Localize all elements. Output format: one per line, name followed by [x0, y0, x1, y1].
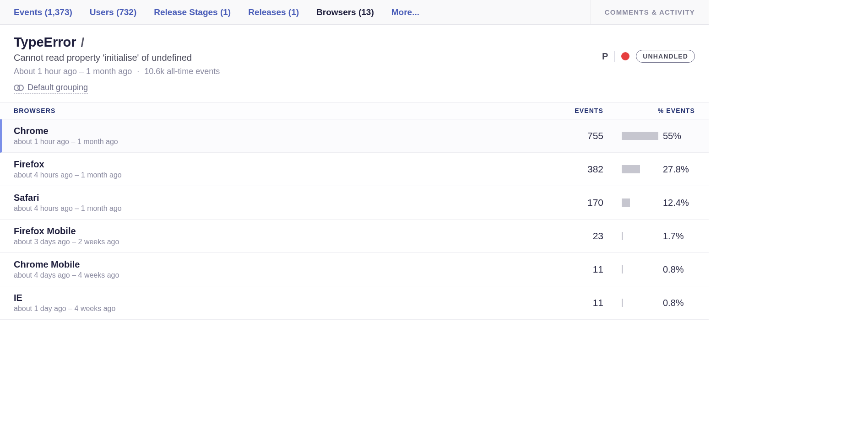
- tab-users[interactable]: Users (732): [90, 7, 136, 17]
- row-events-count: 11: [535, 297, 603, 308]
- row-main: Firefox Mobileabout 3 days ago – 2 weeks…: [14, 226, 535, 246]
- row-pct-cell: 12.4%: [603, 198, 695, 208]
- pct-bar: [622, 265, 623, 273]
- tab-events[interactable]: Events (1,373): [14, 7, 72, 17]
- column-browsers[interactable]: BROWSERS: [14, 107, 535, 114]
- table-row[interactable]: Safariabout 4 hours ago – 1 month ago170…: [0, 186, 709, 220]
- grouping-button[interactable]: Default grouping: [14, 83, 88, 94]
- browsers-table-body: Chromeabout 1 hour ago – 1 month ago7555…: [0, 119, 709, 320]
- error-message: Cannot read property 'initialise' of und…: [14, 53, 695, 63]
- severity-dot-icon[interactable]: [621, 52, 629, 60]
- assignee-label[interactable]: P: [602, 51, 608, 62]
- tab-more[interactable]: More...: [391, 7, 419, 17]
- error-time-range: About 1 hour ago – 1 month ago: [14, 67, 132, 76]
- pct-bar-wrap: [622, 265, 658, 273]
- table-row[interactable]: Chromeabout 1 hour ago – 1 month ago7555…: [0, 119, 709, 153]
- row-events-count: 23: [535, 231, 603, 241]
- row-browser-name: Chrome: [14, 126, 535, 136]
- row-main: Chrome Mobileabout 4 days ago – 4 weeks …: [14, 259, 535, 279]
- pct-bar-wrap: [622, 232, 658, 240]
- row-browser-name: Chrome Mobile: [14, 259, 535, 270]
- row-pct-cell: 0.8%: [603, 298, 695, 308]
- row-main: Firefoxabout 4 hours ago – 1 month ago: [14, 159, 535, 179]
- pct-bar-wrap: [622, 132, 658, 140]
- meta-separator: ·: [137, 67, 139, 76]
- table-header: BROWSERS EVENTS % EVENTS: [0, 102, 709, 119]
- pct-bar-wrap: [622, 198, 658, 207]
- pct-bar-wrap: [622, 165, 658, 173]
- table-row[interactable]: Firefoxabout 4 hours ago – 1 month ago38…: [0, 153, 709, 186]
- column-pct-events[interactable]: % EVENTS: [603, 107, 695, 114]
- row-time-range: about 4 hours ago – 1 month ago: [14, 171, 535, 179]
- grouping-label: Default grouping: [27, 83, 88, 92]
- row-pct-cell: 55%: [603, 131, 695, 141]
- pct-bar: [622, 198, 630, 207]
- pct-bar: [622, 299, 623, 307]
- row-browser-name: Firefox Mobile: [14, 226, 535, 236]
- row-events-count: 11: [535, 264, 603, 275]
- pct-label: 0.8%: [663, 264, 684, 275]
- tab-browsers[interactable]: Browsers (13): [316, 7, 374, 17]
- row-events-count: 170: [535, 197, 603, 208]
- tab-releases[interactable]: Releases (1): [248, 7, 299, 17]
- svg-point-1: [18, 85, 23, 91]
- pct-bar: [622, 232, 623, 240]
- column-events[interactable]: EVENTS: [535, 107, 603, 114]
- pct-label: 12.4%: [663, 198, 689, 208]
- row-browser-name: Firefox: [14, 159, 535, 170]
- table-row[interactable]: Chrome Mobileabout 4 days ago – 4 weeks …: [0, 253, 709, 286]
- row-pct-cell: 1.7%: [603, 231, 695, 241]
- row-time-range: about 4 days ago – 4 weeks ago: [14, 271, 535, 279]
- row-time-range: about 1 hour ago – 1 month ago: [14, 138, 535, 146]
- error-path: /: [81, 36, 84, 50]
- row-browser-name: Safari: [14, 193, 535, 203]
- row-main: Chromeabout 1 hour ago – 1 month ago: [14, 126, 535, 146]
- pct-bar-wrap: [622, 299, 658, 307]
- unhandled-badge: UNHANDLED: [636, 50, 695, 63]
- pct-bar: [622, 132, 658, 140]
- pct-label: 27.8%: [663, 164, 689, 175]
- row-pct-cell: 27.8%: [603, 164, 695, 175]
- row-main: Safariabout 4 hours ago – 1 month ago: [14, 193, 535, 213]
- row-time-range: about 1 day ago – 4 weeks ago: [14, 305, 535, 313]
- pct-label: 0.8%: [663, 298, 684, 308]
- row-events-count: 382: [535, 164, 603, 175]
- right-badges: P UNHANDLED: [602, 50, 695, 63]
- pct-label: 55%: [663, 131, 681, 141]
- row-main: IEabout 1 day ago – 4 weeks ago: [14, 293, 535, 313]
- pct-bar: [622, 165, 640, 173]
- row-time-range: about 3 days ago – 2 weeks ago: [14, 238, 535, 246]
- table-row[interactable]: IEabout 1 day ago – 4 weeks ago110.8%: [0, 286, 709, 320]
- table-row[interactable]: Firefox Mobileabout 3 days ago – 2 weeks…: [0, 220, 709, 253]
- error-count: 10.6k all-time events: [144, 67, 220, 76]
- row-time-range: about 4 hours ago – 1 month ago: [14, 204, 535, 213]
- row-browser-name: IE: [14, 293, 535, 303]
- tab-release-stages[interactable]: Release Stages (1): [154, 7, 231, 17]
- row-pct-cell: 0.8%: [603, 264, 695, 275]
- tabs-bar: Events (1,373) Users (732) Release Stage…: [0, 0, 709, 25]
- error-header: TypeError / Cannot read property 'initia…: [0, 25, 709, 102]
- error-type: TypeError: [14, 35, 76, 50]
- pct-label: 1.7%: [663, 231, 684, 241]
- comments-activity-link[interactable]: COMMENTS & ACTIVITY: [591, 0, 695, 24]
- error-meta: About 1 hour ago – 1 month ago · 10.6k a…: [14, 67, 695, 76]
- row-events-count: 755: [535, 130, 603, 141]
- divider: [614, 51, 615, 62]
- grouping-icon: [14, 84, 24, 91]
